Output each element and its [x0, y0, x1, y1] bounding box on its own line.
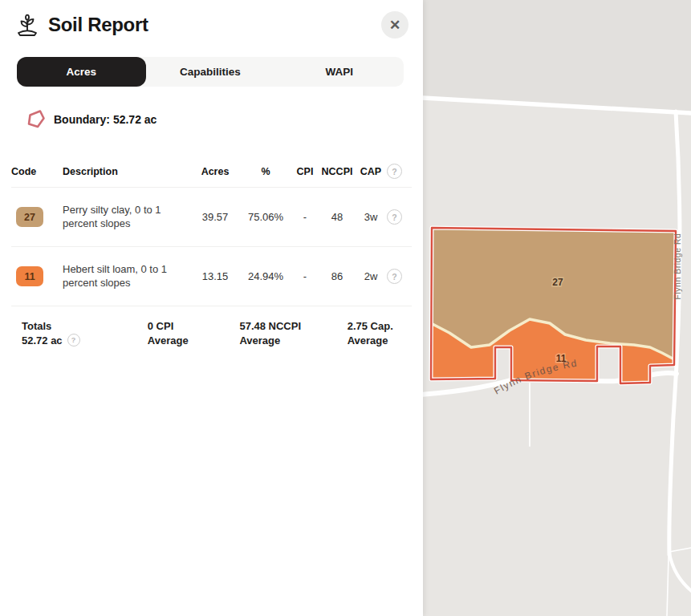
- header-help-icon[interactable]: ?: [387, 164, 402, 179]
- cap-value: 3w: [355, 211, 387, 223]
- soil-description: Perry silty clay, 0 to 1 percent slopes: [63, 204, 189, 231]
- totals-nccpi: 57.48 NCCPI Average: [239, 319, 347, 347]
- code-badge: 11: [16, 266, 43, 286]
- header-percent: %: [241, 166, 291, 177]
- totals-cap: 2.75 Cap. Average: [348, 319, 412, 347]
- percent-value: 24.94%: [241, 270, 291, 282]
- close-icon: ✕: [389, 17, 400, 34]
- header-description: Description: [63, 166, 189, 177]
- page-title: Soil Report: [48, 14, 148, 36]
- totals-help-icon[interactable]: ?: [67, 334, 80, 346]
- soil-table: Code Description Acres % CPI NCCPI CAP ?…: [11, 159, 412, 347]
- row-help-icon[interactable]: ?: [387, 269, 402, 284]
- soil-row-27: 27 Perry silty clay, 0 to 1 percent slop…: [11, 187, 412, 246]
- soil-description: Hebert silt loam, 0 to 1 percent slopes: [63, 263, 189, 290]
- soil-report-app: Soil Report ✕ Acres Capabilities WAPI Bo…: [0, 0, 691, 616]
- soil-table-header: Code Description Acres % CPI NCCPI CAP ?: [11, 159, 412, 187]
- totals-row: Totals 52.72 ac ? 0 CPI Average 57.48 NC…: [11, 306, 412, 347]
- tab-acres[interactable]: Acres: [17, 57, 146, 87]
- soil-row-11: 11 Hebert silt loam, 0 to 1 percent slop…: [11, 246, 412, 306]
- totals-cpi: 0 CPI Average: [148, 319, 240, 347]
- nccpi-value: 48: [319, 211, 355, 223]
- nccpi-value: 86: [319, 270, 355, 282]
- header-cpi: CPI: [291, 166, 319, 177]
- road-label-vertical: Flynn Bridge Rd: [673, 233, 682, 300]
- plant-sprout-icon: [14, 12, 40, 38]
- header-acres: Acres: [189, 166, 241, 177]
- cap-value: 2w: [355, 270, 387, 282]
- code-badge: 27: [16, 207, 43, 227]
- map-canvas[interactable]: 27 11 Flynn Bridge Rd Flynn Bridge Rd: [423, 0, 691, 616]
- acres-value: 39.57: [189, 211, 241, 223]
- header-code: Code: [11, 166, 63, 177]
- parcel-soil-regions: [431, 228, 676, 383]
- close-button[interactable]: ✕: [381, 11, 409, 38]
- tabbar: Acres Capabilities WAPI: [17, 57, 404, 87]
- header-nccpi: NCCPI: [319, 166, 355, 177]
- totals-acres-value: 52.72 ac: [22, 334, 63, 348]
- totals-acres: Totals 52.72 ac ?: [22, 319, 148, 347]
- panel-header: Soil Report ✕: [0, 0, 423, 38]
- totals-title: Totals: [22, 319, 148, 334]
- row-help-icon[interactable]: ?: [387, 209, 402, 225]
- tab-wapi[interactable]: WAPI: [274, 57, 404, 87]
- soil-report-panel: Soil Report ✕ Acres Capabilities WAPI Bo…: [0, 0, 423, 616]
- header-cap: CAP: [355, 166, 387, 177]
- map-label-soil-27: 27: [552, 277, 563, 288]
- tab-capabilities[interactable]: Capabilities: [146, 57, 275, 87]
- cpi-value: -: [291, 270, 319, 282]
- percent-value: 75.06%: [241, 211, 291, 223]
- cpi-value: -: [291, 211, 319, 223]
- boundary-polygon-icon: [25, 108, 47, 130]
- acres-value: 13.15: [189, 270, 241, 282]
- map-svg: 27 11 Flynn Bridge Rd Flynn Bridge Rd: [423, 0, 691, 616]
- boundary-label: Boundary: 52.72 ac: [54, 113, 156, 126]
- boundary-row: Boundary: 52.72 ac: [25, 108, 423, 130]
